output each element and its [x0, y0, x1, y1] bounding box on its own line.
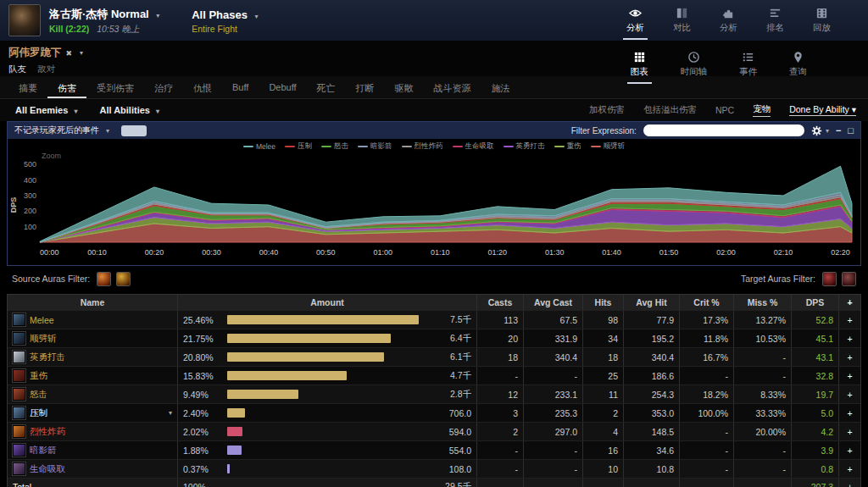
dagger-aura-icon[interactable]	[842, 272, 856, 286]
chart-settings-button[interactable]: ▾	[811, 125, 829, 136]
column-header[interactable]: Hits	[582, 295, 623, 310]
filter-link-2[interactable]: NPC	[715, 105, 734, 115]
tab-2[interactable]: 受到伤害	[86, 76, 144, 98]
column-header[interactable]: Avg Hit	[623, 295, 679, 310]
phases-dropdown[interactable]: All Phases	[192, 8, 248, 21]
player-name-dropdown[interactable]: 阿伟罗跪下	[8, 46, 62, 60]
expand-row-button[interactable]: +	[838, 404, 860, 422]
flame-aura-icon[interactable]	[97, 272, 111, 286]
column-header[interactable]: +	[838, 295, 860, 310]
ability-name-link[interactable]: 烈性炸药	[30, 426, 65, 438]
column-header[interactable]: Crit %	[679, 295, 733, 310]
viewnav-clock[interactable]: 时间轴	[677, 46, 711, 84]
death-filter-toggle[interactable]	[121, 125, 147, 136]
hits: 2	[582, 404, 623, 422]
column-header[interactable]: Amount	[177, 295, 476, 310]
tab-8[interactable]: 打断	[346, 76, 385, 98]
tab-6[interactable]: Debuff	[259, 76, 306, 98]
legend-item[interactable]: 暗影箭	[358, 141, 392, 152]
ability-name-link[interactable]: Melee	[30, 315, 54, 325]
abilities-filter-dropdown[interactable]: All Abilities ▾	[99, 105, 159, 115]
topnav-replay[interactable]: 回放	[810, 2, 834, 40]
miss-percent: -	[733, 348, 791, 366]
ability-name-link[interactable]: 生命吸取	[30, 463, 65, 475]
tab-5[interactable]: Buff	[222, 76, 259, 98]
tab-11[interactable]: 施法	[481, 76, 520, 98]
expand-row-button[interactable]: +	[838, 441, 860, 459]
tab-0[interactable]: 摘要	[8, 76, 47, 98]
dps-chart[interactable]: Melee压制怒击暗影箭烈性炸药生命吸取英勇打击重伤顺劈斩 Zoom 10020…	[8, 139, 860, 265]
compare-icon	[676, 7, 688, 19]
tab-1[interactable]: 伤害	[47, 76, 86, 98]
avg-cast: 233.1	[523, 385, 582, 403]
ability-name-link[interactable]: 英勇打击	[30, 351, 65, 363]
filter-expression-input[interactable]	[643, 125, 804, 136]
expand-row-button[interactable]: +	[838, 348, 860, 366]
expand-row-button[interactable]: +	[838, 460, 860, 478]
topnav-compare[interactable]: 对比	[670, 2, 694, 40]
replay-icon	[815, 7, 828, 19]
legend-item[interactable]: 怒击	[321, 141, 348, 152]
legend-item[interactable]: 英勇打击	[504, 141, 545, 152]
amount-percent: 2.40%	[183, 408, 222, 418]
viewnav-grid[interactable]: 图表	[627, 46, 652, 84]
grid-icon	[633, 51, 646, 64]
legend-item[interactable]: 顺劈斩	[591, 141, 626, 152]
eye-icon	[629, 7, 642, 19]
nav-label: 事件	[739, 66, 757, 78]
expand-row-button[interactable]: +	[838, 311, 860, 329]
avg-cast: 67.5	[523, 311, 582, 329]
svg-text:01:50: 01:50	[659, 248, 679, 257]
expand-row-button[interactable]: +	[838, 385, 860, 403]
ability-icon	[13, 407, 25, 419]
ability-name-link[interactable]: 顺劈斩	[30, 333, 57, 345]
filter-link-1[interactable]: 包括溢出伤害	[643, 104, 697, 116]
legend-item[interactable]: 生命吸取	[453, 141, 494, 152]
expand-caret-icon[interactable]: ▾	[169, 409, 172, 417]
tab-4[interactable]: 仇恨	[183, 76, 222, 98]
column-header[interactable]: Name	[8, 295, 177, 310]
tab-7[interactable]: 死亡	[307, 76, 346, 98]
expand-row-button[interactable]: +	[838, 329, 860, 347]
ability-name-link[interactable]: 暗影箭	[30, 445, 57, 457]
avg-cast: 297.0	[523, 423, 582, 440]
enemies-link[interactable]: 敌对	[37, 64, 55, 74]
topnav-eye[interactable]: 分析	[623, 2, 648, 40]
maximize-icon[interactable]: □	[848, 126, 854, 136]
claw-aura-icon[interactable]	[116, 272, 131, 286]
filter-link-3[interactable]: 宠物	[753, 103, 771, 117]
column-header[interactable]: Avg Cast	[523, 295, 582, 310]
tab-9[interactable]: 驱散	[385, 76, 424, 98]
ability-name-link[interactable]: 怒击	[30, 389, 47, 401]
avg-hit: 186.6	[623, 367, 679, 385]
expand-row-button[interactable]: +	[838, 479, 860, 487]
viewnav-list[interactable]: 事件	[736, 46, 760, 84]
minimize-icon[interactable]: −	[836, 126, 841, 136]
chart-panel-header: 不记录玩家死后的事件 ▾ Filter Expression: ▾ −	[8, 122, 860, 139]
tab-10[interactable]: 战斗资源	[424, 76, 481, 98]
miss-percent: 10.53%	[733, 329, 791, 347]
ability-name-link[interactable]: 重伤	[30, 370, 47, 382]
legend-item[interactable]: 烈性炸药	[402, 141, 443, 152]
column-header[interactable]: DPS	[791, 295, 838, 310]
expand-row-button[interactable]: +	[838, 423, 860, 440]
legend-item[interactable]: 重伤	[554, 141, 581, 152]
legend-item[interactable]: 压制	[285, 141, 312, 152]
expand-row-button[interactable]: +	[838, 367, 860, 385]
skull-aura-icon[interactable]	[822, 272, 837, 286]
boss-title[interactable]: 洛古斯·杰特 Normal	[49, 8, 149, 20]
viewnav-pin[interactable]: 查询	[786, 46, 810, 84]
column-header[interactable]: Casts	[476, 295, 523, 310]
tab-3[interactable]: 治疗	[144, 76, 183, 98]
view-nav: 图表时间轴事件查询	[627, 46, 860, 84]
filter-link-4[interactable]: Done By Ability ▾	[789, 104, 856, 116]
topnav-puzzle[interactable]: 分析	[716, 2, 741, 40]
topnav-rank[interactable]: 排名	[763, 2, 787, 40]
filter-link-0[interactable]: 加权伤害	[589, 104, 625, 116]
death-filter-dropdown[interactable]: 不记录玩家死后的事件 ▾	[14, 125, 109, 136]
friendlies-link[interactable]: 队友	[8, 64, 26, 74]
legend-item[interactable]: Melee	[243, 141, 275, 152]
column-header[interactable]: Miss %	[733, 295, 791, 310]
enemies-filter-dropdown[interactable]: All Enemies ▾	[15, 105, 77, 115]
ability-name-link[interactable]: 压制	[30, 407, 47, 419]
